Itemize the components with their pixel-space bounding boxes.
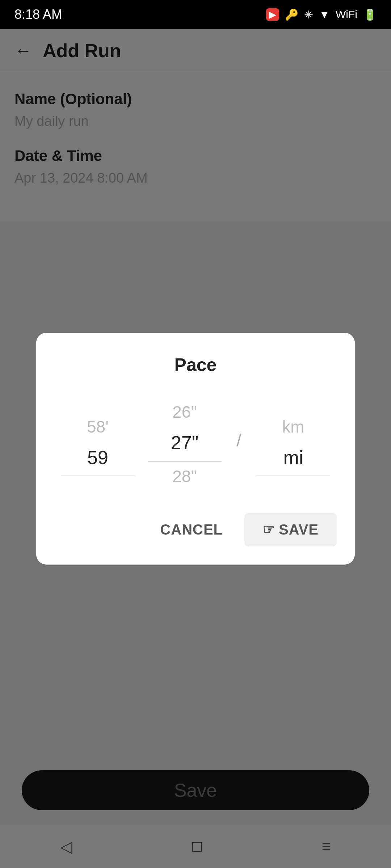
minutes-underline — [61, 476, 135, 476]
signal-icon: ▼ — [319, 8, 330, 21]
seconds-column[interactable]: 26" 27" 28" — [141, 397, 228, 491]
dialog-title: Pace — [54, 354, 337, 375]
unit-column[interactable]: km mi — [250, 412, 337, 476]
pace-picker[interactable]: 58' 59 26" 27" 28" / km mi — [54, 397, 337, 491]
minutes-selected: 59 — [54, 442, 141, 473]
cancel-button[interactable]: CANCEL — [146, 513, 237, 546]
recording-icon: ▶ — [266, 8, 279, 21]
status-bar: 8:18 AM ▶ 🔑 ✳ ▼ WiFi 🔋 — [0, 0, 391, 29]
pace-dialog: Pace 58' 59 26" 27" 28" / — [36, 333, 355, 565]
seconds-above: 26" — [141, 397, 228, 427]
unit-underline — [256, 476, 330, 476]
minutes-above: 58' — [54, 412, 141, 442]
seconds-below: 28" — [141, 461, 228, 491]
dialog-buttons: CANCEL ☞ SAVE — [54, 513, 337, 546]
save-label: SAVE — [279, 522, 319, 538]
minutes-column[interactable]: 58' 59 — [54, 412, 141, 476]
unit-selected: mi — [250, 442, 337, 473]
bluetooth-icon: ✳ — [304, 8, 313, 21]
battery-icon: 🔋 — [363, 8, 377, 21]
save-button[interactable]: ☞ SAVE — [244, 513, 337, 546]
key-icon: 🔑 — [285, 8, 298, 21]
modal-overlay: Pace 58' 59 26" 27" 28" / — [0, 29, 391, 868]
cursor-icon: ☞ — [262, 522, 275, 537]
screen-background: ← Add Run Name (Optional) My daily run D… — [0, 29, 391, 868]
unit-above: km — [250, 412, 337, 442]
pace-separator: / — [228, 430, 250, 458]
seconds-selected: 27" — [141, 427, 228, 459]
wifi-icon: WiFi — [336, 8, 357, 21]
status-icons: ▶ 🔑 ✳ ▼ WiFi 🔋 — [266, 8, 377, 21]
status-time: 8:18 AM — [14, 7, 62, 22]
